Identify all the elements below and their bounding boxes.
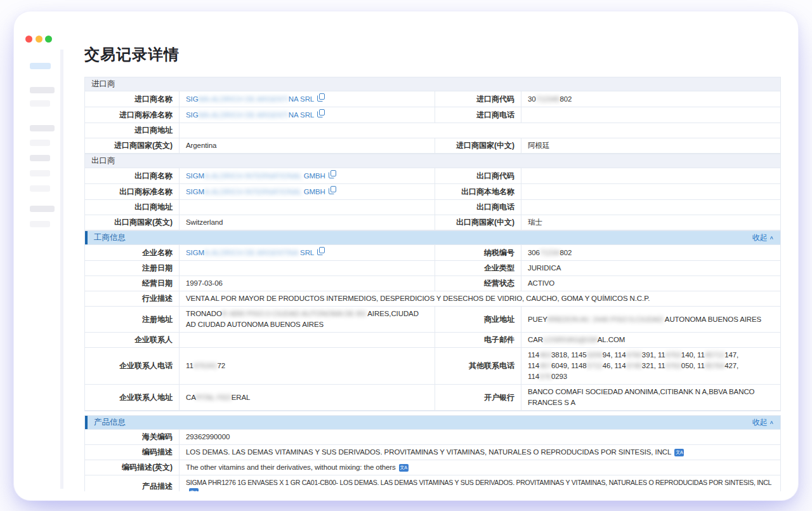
- field-label: 其他联系电话: [435, 348, 521, 384]
- sidebar-item[interactable]: [30, 100, 50, 107]
- section-title: 产品信息: [94, 417, 126, 428]
- copy-icon[interactable]: [317, 93, 325, 105]
- text-segment: JURIDICA: [528, 264, 561, 272]
- field-text: PUEYRREDON AV. 2446 PISO:5;CIUDAD AUTONO…: [528, 315, 761, 323]
- text-segment: 瑞士: [528, 218, 542, 226]
- sidebar-item-active[interactable]: [30, 63, 51, 69]
- company-link[interactable]: SIGMA-ALDRICH DE ARGENTINA SRL: [186, 95, 314, 103]
- copy-icon[interactable]: [329, 186, 336, 197]
- sidebar-item[interactable]: [30, 87, 55, 93]
- page-title: 交易记录详情: [84, 44, 781, 65]
- field-label: 出口商标准名称: [85, 184, 180, 199]
- field-label: 编码描述(英文): [85, 460, 180, 475]
- text-segment: SIGM: [186, 249, 204, 256]
- field-label: 出口商电话: [435, 200, 521, 215]
- text-segment: Switzerland: [186, 218, 223, 226]
- field-text: ACTIVO: [528, 279, 554, 287]
- copy-icon[interactable]: [317, 109, 325, 121]
- field-value: TRONADOR 4890 PISO:3 CIUDAD AUTONOMA DE …: [180, 307, 435, 332]
- section-title: 出口商: [91, 156, 115, 166]
- text-segment: 114: [528, 351, 539, 359]
- table-row: 产品描述SIGMA PHR1276 1G ENVASES X 1 GR CA01…: [85, 475, 780, 491]
- company-link[interactable]: SIGMA-ALDRICH INTERNATIONAL GMBH: [186, 188, 325, 196]
- sidebar-item[interactable]: [30, 170, 50, 176]
- section-header-importer: 进口商: [85, 77, 780, 91]
- section-accent-bar: [85, 231, 88, 244]
- table-row: 进口商标准名称SIGMA-ALDRICH DE ARGENTINA SRL进口商…: [85, 107, 780, 123]
- field-value: SIGMA-ALDRICH DE ARGENTINA SRL: [180, 245, 435, 260]
- field-label: 经营日期: [85, 276, 180, 291]
- sidebar-item[interactable]: [30, 155, 50, 161]
- field-label: 进口商地址: [85, 123, 180, 138]
- chevron-up-icon: ∧: [769, 420, 774, 425]
- close-button[interactable]: [25, 36, 32, 43]
- company-link[interactable]: SIGMA-ALDRICH INTERNATIONAL GMBH: [186, 172, 325, 180]
- field-label: 开户银行: [435, 385, 521, 410]
- text-segment: SIGMA PHR1276 1G ENVASES X 1 GR CA01-CB0…: [186, 479, 771, 486]
- field-text: Switzerland: [186, 218, 223, 226]
- field-label: 企业类型: [435, 261, 521, 275]
- text-segment: 94, 114: [603, 351, 626, 359]
- text-segment: BANCO COMAFI SOCIEDAD ANONIMA,CITIBANK N…: [528, 388, 754, 406]
- copy-icon[interactable]: [317, 247, 325, 258]
- copy-icon[interactable]: [329, 170, 336, 182]
- redacted-text: MA-ALDRICH DE ARGENTI: [199, 95, 289, 103]
- company-link[interactable]: SIGMA-ALDRICH DE ARGENTINA SRL: [186, 249, 314, 256]
- field-text: 瑞士: [528, 218, 542, 226]
- field-text: SIGMA PHR1276 1G ENVASES X 1 GR CA01-CB0…: [186, 479, 771, 486]
- field-value: ACTIVO: [521, 276, 781, 291]
- table-row: 企业联系人电话1147634172其他联系电话1144633818, 11453…: [85, 348, 780, 385]
- text-segment: 321, 11: [642, 362, 665, 369]
- field-value: SIGMA-ALDRICH DE ARGENTINA SRL: [180, 107, 435, 123]
- redacted-text: 4763: [665, 351, 681, 359]
- field-text: 1997-03-06: [186, 279, 223, 287]
- table-row: 进口商国家(英文)Argentina进口商国家(中文)阿根廷: [85, 138, 780, 154]
- minimize-button[interactable]: [36, 36, 43, 43]
- sidebar-item[interactable]: [30, 221, 50, 227]
- redacted-text: R 4890 PISO:3 CIUDAD AUTONOMA DE BS: [222, 310, 366, 317]
- field-label: 电子邮件: [435, 333, 521, 347]
- text-segment: 3818, 1145: [551, 351, 587, 359]
- field-label: 出口商本地名称: [435, 184, 521, 199]
- field-value: SIGMA-ALDRICH DE ARGENTINA SRL: [180, 91, 435, 107]
- sidebar-item[interactable]: [30, 125, 55, 131]
- collapse-button[interactable]: 收起∧: [752, 232, 774, 243]
- sidebar: [19, 50, 63, 489]
- field-value: CAPITAL FEDERAL: [180, 385, 435, 410]
- company-link[interactable]: SIGMA-ALDRICH DE ARGENTINA SRL: [186, 111, 314, 119]
- text-segment: 802: [560, 249, 572, 256]
- section-importer: 进口商进口商名称SIGMA-ALDRICH DE ARGENTINA SRL进口…: [84, 77, 781, 154]
- collapse-button[interactable]: 收起∧: [752, 417, 774, 428]
- detail-table: 进口商进口商名称SIGMA-ALDRICH DE ARGENTINA SRL进口…: [84, 77, 781, 491]
- redacted-text: RREDON AV. 2446 PISO:5;CIUDAD: [547, 315, 663, 323]
- redacted-text: PITAL FED: [196, 394, 232, 401]
- field-text: VENTA AL POR MAYOR DE PRODUCTOS INTERMED…: [186, 295, 650, 302]
- field-value: JURIDICA: [521, 261, 781, 275]
- sidebar-item[interactable]: [30, 206, 55, 212]
- app-window: 交易记录详情 进口商进口商名称SIGMA-ALDRICH DE ARGENTIN…: [14, 11, 798, 500]
- translate-icon[interactable]: 文A: [189, 488, 199, 491]
- translate-icon[interactable]: 文A: [399, 464, 409, 472]
- text-segment: NA SRL: [289, 111, 314, 119]
- field-label: 纳税编号: [435, 245, 521, 260]
- table-row: 企业联系人地址CAPITAL FEDERAL开户银行BANCO COMAFI S…: [85, 385, 780, 411]
- field-label: 海关编码: [85, 430, 180, 444]
- field-label: 行业描述: [85, 291, 180, 306]
- section-header-exporter: 出口商: [85, 154, 780, 168]
- text-segment: CAR: [528, 336, 543, 343]
- zoom-button[interactable]: [45, 36, 52, 43]
- field-label: 经营状态: [435, 276, 521, 291]
- field-text: TRONADOR 4890 PISO:3 CIUDAD AUTONOMA DE …: [186, 310, 419, 328]
- field-label: 注册地址: [85, 307, 180, 332]
- field-text: The other vitamins and their derivatives…: [186, 463, 396, 471]
- sidebar-item[interactable]: [30, 185, 50, 192]
- field-value: 1147634172: [180, 348, 435, 384]
- text-segment: 050, 11: [681, 362, 705, 369]
- field-label: 注册日期: [85, 261, 180, 275]
- sidebar-item[interactable]: [30, 140, 50, 146]
- field-label: 出口商名称: [85, 168, 180, 183]
- field-text: CAPITAL FEDERAL: [186, 394, 250, 401]
- field-value: PUEYRREDON AV. 2446 PISO:5;CIUDAD AUTONO…: [521, 307, 781, 332]
- field-label: 进口商标准名称: [85, 107, 180, 123]
- translate-icon[interactable]: 文A: [674, 449, 684, 456]
